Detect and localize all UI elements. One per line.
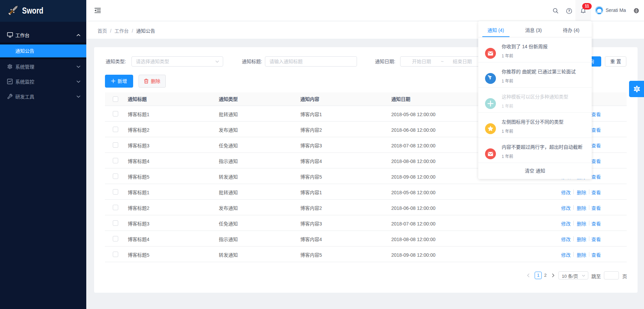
svg-text:?: ? [568,9,570,13]
